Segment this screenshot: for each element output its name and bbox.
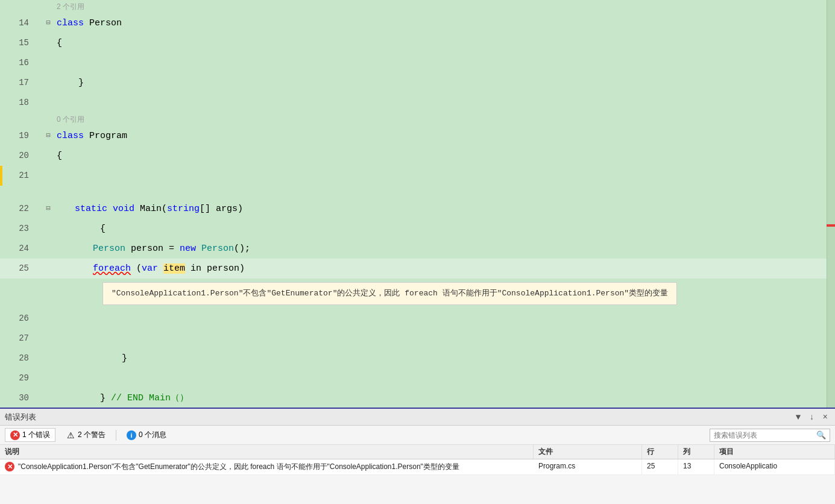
error-tooltip: "ConsoleApplication1.Person"不包含"GetEnume… <box>102 282 677 305</box>
error-icon: ✕ <box>10 430 20 440</box>
error-project-cell: ConsoleApplicatio <box>714 459 835 474</box>
code-line-27: 27 <box>0 329 835 348</box>
code-line-28: 28 } <box>0 348 835 368</box>
line-num-16: 16 <box>0 53 36 73</box>
tooltip-text: "ConsoleApplication1.Person"不包含"GetEnume… <box>112 289 668 298</box>
error-scroll-marker <box>827 224 835 227</box>
line-num-27: 27 <box>0 329 36 348</box>
code-line-30: 30 } // END Main（） <box>0 388 835 408</box>
line-num-29: 29 <box>0 368 36 388</box>
line-num-23: 23 <box>0 219 36 239</box>
error-table-header: 说明 文件 行 列 项目 <box>0 445 835 459</box>
error-panel-toolbar: ✕ 1 个错误 ⚠ 2 个警告 i 0 个消息 🔍 <box>0 426 835 445</box>
col-description: 说明 <box>0 445 534 459</box>
panel-controls: ▼ ↓ × <box>793 412 830 422</box>
code-line-17: 17 } <box>0 73 835 93</box>
info-icon: i <box>127 430 136 440</box>
code-content-17: } <box>54 73 835 93</box>
code-line-24: 24 Person person = new Person(); <box>0 239 835 259</box>
collapse-14[interactable]: ⊟ <box>42 13 54 33</box>
code-content-23: { <box>54 219 835 239</box>
panel-close-btn[interactable]: × <box>821 412 830 422</box>
error-column-cell: 13 <box>678 459 714 474</box>
code-lines: 2 个引用 14 ⊟ class Person 15 { 16 17 <box>0 0 835 408</box>
error-desc-cell: ✕ "ConsoleApplication1.Person"不包含"GetEnu… <box>0 459 534 474</box>
code-content-25: foreach (var item in person) <box>54 259 835 279</box>
code-content-20: { <box>54 146 835 166</box>
warning-filter-btn[interactable]: ⚠ 2 个警告 <box>60 428 111 442</box>
error-table: 说明 文件 行 列 项目 ✕ "ConsoleApplication1.Pers… <box>0 445 835 504</box>
filter-divider <box>116 430 116 441</box>
line-num-22: 22 <box>0 199 36 219</box>
error-row-icon: ✕ <box>5 462 14 471</box>
line-num-24: 24 <box>0 239 36 259</box>
warning-icon: ⚠ <box>66 430 75 440</box>
code-line-14: 14 ⊟ class Person <box>0 13 835 33</box>
error-table-row-0[interactable]: ✕ "ConsoleApplication1.Person"不包含"GetEnu… <box>0 459 835 475</box>
ref-count-22 <box>87 186 835 199</box>
error-panel-titlebar: 错误列表 ▼ ↓ × <box>0 409 835 426</box>
line-num-20: 20 <box>0 146 36 166</box>
warning-filter-label: 2 个警告 <box>78 430 106 440</box>
kw-class-14: class <box>57 18 89 28</box>
code-line-26: 26 <box>0 309 835 329</box>
code-line-21: 21 <box>0 166 835 186</box>
collapse-19[interactable]: ⊟ <box>42 126 54 146</box>
scrollbar-track[interactable] <box>827 0 835 408</box>
col-file: 文件 <box>534 445 642 459</box>
error-filter-label: 1 个错误 <box>22 430 50 440</box>
code-line-29: 29 <box>0 368 835 388</box>
line-num-15: 15 <box>0 33 36 53</box>
line-num-18: 18 <box>0 93 36 113</box>
code-line-15: 15 { <box>0 33 835 53</box>
col-line: 行 <box>642 445 678 459</box>
code-content-22: static void Main(string[] args) <box>54 199 835 219</box>
search-icon: 🔍 <box>816 430 826 440</box>
code-line-19: 19 ⊟ class Program <box>0 126 835 146</box>
code-content-30: } // END Main（） <box>54 388 835 408</box>
line-num-19: 19 <box>0 126 36 146</box>
error-desc-text: "ConsoleApplication1.Person"不包含"GetEnume… <box>18 462 459 472</box>
error-line-cell: 25 <box>642 459 678 474</box>
panel-dropdown-btn[interactable]: ▼ <box>793 412 803 422</box>
error-panel: 错误列表 ▼ ↓ × ✕ 1 个错误 ⚠ 2 个警告 i 0 个消息 🔍 <box>0 408 835 504</box>
error-filter-btn[interactable]: ✕ 1 个错误 <box>5 428 55 442</box>
ref-count-14: 2 个引用 <box>54 0 835 13</box>
error-file-cell: Program.cs <box>534 459 642 474</box>
info-filter-label: 0 个消息 <box>139 430 166 440</box>
kw-person-14: Person <box>89 18 122 28</box>
error-panel-title: 错误列表 <box>5 412 36 423</box>
line-num-21: 21 <box>0 166 36 186</box>
code-content-28: } <box>54 348 835 368</box>
code-content-14: class Person <box>54 13 835 33</box>
code-line-20: 20 { <box>0 146 835 166</box>
code-editor: 2 个引用 14 ⊟ class Person 15 { 16 17 <box>0 0 835 408</box>
code-content-24: Person person = new Person(); <box>54 239 835 259</box>
code-content-15: { <box>54 33 835 53</box>
col-project: 项目 <box>714 445 835 459</box>
collapse-22[interactable]: ⊟ <box>42 199 54 219</box>
search-box[interactable]: 🔍 <box>710 429 830 442</box>
line-num-30: 30 <box>0 388 36 408</box>
code-content-19: class Program <box>54 126 835 146</box>
code-line-16: 16 <box>0 53 835 73</box>
panel-popout-btn[interactable]: ↓ <box>807 412 816 422</box>
line-num-25: 25 <box>0 259 36 279</box>
info-filter-btn[interactable]: i 0 个消息 <box>121 428 172 442</box>
line-num-14: 14 <box>0 13 36 33</box>
code-line-23: 23 { <box>0 219 835 239</box>
search-input[interactable] <box>714 431 816 439</box>
line-num-26: 26 <box>0 309 36 329</box>
ref-count-19: 0 个引用 <box>54 113 835 126</box>
code-line-18: 18 <box>0 93 835 113</box>
line-num-28: 28 <box>0 348 36 368</box>
line-num-17: 17 <box>0 73 36 93</box>
code-line-25: 25 foreach (var item in person) <box>0 259 835 279</box>
error-tooltip-row: "ConsoleApplication1.Person"不包含"GetEnume… <box>0 279 835 309</box>
col-column: 列 <box>678 445 714 459</box>
code-line-22: 22 ⊟ static void Main(string[] args) <box>0 199 835 219</box>
